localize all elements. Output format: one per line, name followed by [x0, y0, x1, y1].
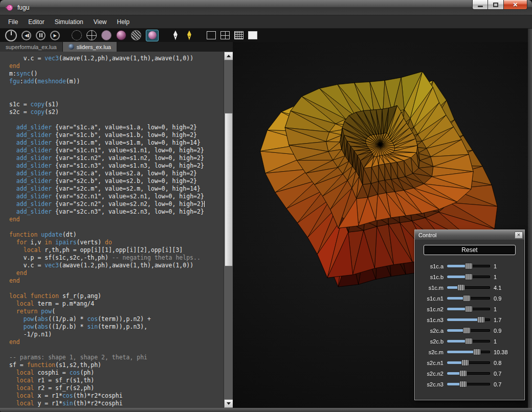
app-window: fugu FileEditorSimulationViewHelp superf… — [0, 0, 532, 412]
flat-shading-button[interactable] — [101, 30, 112, 40]
slider-s2c.a[interactable] — [447, 327, 490, 334]
control-panel-close-button[interactable] — [515, 232, 523, 239]
grid-view-button[interactable] — [234, 31, 243, 39]
tab-label: sliders_ex.lua — [77, 44, 111, 50]
slider-label: s2c.b — [418, 338, 444, 345]
window-frame-right — [528, 29, 532, 408]
slider-s1c.n1[interactable] — [447, 295, 490, 302]
code-line: m:sync() — [9, 70, 224, 78]
code-line: add_slider {var="s2c.a", value=s2.a, low… — [9, 170, 224, 177]
scroll-up-button[interactable] — [224, 52, 233, 60]
slider-list: s1c.a1s1c.b1s1c.m4.1s1c.n10.9s1c.n21s1c.… — [418, 261, 521, 390]
scrollbar-thumb[interactable] — [225, 113, 233, 266]
smooth-shading-button[interactable] — [116, 30, 126, 40]
control-panel: Control Reset s1c.a1s1c.b1s1c.m4.1s1c.n1… — [414, 230, 525, 400]
slider-value: 1.7 — [494, 317, 501, 323]
code-line: -1/p.n1) — [9, 331, 224, 338]
code-line: end — [9, 269, 224, 277]
slider-handle[interactable] — [459, 381, 467, 387]
slider-label: s1c.a — [418, 263, 444, 269]
minimize-button[interactable] — [472, 0, 488, 10]
down-arrow-icon — [227, 402, 231, 405]
quad-view-button[interactable] — [220, 31, 230, 39]
code-line: local r,th,ph = opp[i][1],opp[i][2],opp[… — [9, 246, 224, 254]
slider-handle[interactable] — [459, 370, 467, 377]
slider-value: 0.9 — [494, 328, 501, 334]
window-frame-bottom — [0, 408, 532, 412]
code-line: add_slider {var="s1c.n3", value=s1.n3, l… — [9, 162, 224, 170]
slider-s2c.n2[interactable] — [447, 370, 490, 377]
slider-handle[interactable] — [463, 327, 471, 334]
skip-to-start-button[interactable] — [21, 31, 31, 40]
slider-handle[interactable] — [457, 284, 465, 291]
slider-s2c.b[interactable] — [447, 338, 490, 345]
tab-sliders[interactable]: sliders_ex.lua — [63, 42, 117, 52]
menu-editor[interactable]: Editor — [23, 16, 49, 28]
run-button[interactable] — [5, 30, 17, 41]
slider-row: s1c.b1 — [418, 271, 521, 282]
code-line: add_slider {var="s2c.m", value=s2.m, low… — [9, 185, 224, 193]
code-line: s1c = copy(s1) — [9, 101, 224, 108]
single-view-button[interactable] — [207, 31, 216, 39]
slider-handle[interactable] — [473, 349, 481, 355]
window-controls — [472, 0, 527, 10]
slider-label: s2c.a — [418, 328, 444, 334]
code-line: end — [9, 338, 224, 346]
step-forward-button[interactable] — [50, 31, 60, 40]
code-editor[interactable]: v.c = vec3(awave(1.2,ph),awave(1,th),awa… — [0, 52, 224, 408]
menu-help[interactable]: Help — [112, 16, 135, 28]
slider-value: 0.8 — [494, 360, 501, 366]
slider-s1c.m[interactable] — [447, 284, 490, 291]
code-line: add_slider {var="s1c.a", value=s1.a, low… — [9, 124, 224, 131]
slider-handle[interactable] — [461, 359, 469, 366]
textured-mode-button[interactable] — [131, 30, 141, 40]
points-mode-button[interactable] — [72, 30, 82, 40]
reset-button[interactable]: Reset — [424, 245, 516, 255]
slider-handle[interactable] — [477, 316, 485, 323]
menu-file[interactable]: File — [3, 16, 23, 28]
close-button[interactable] — [503, 0, 527, 10]
code-line: end — [9, 277, 224, 285]
slider-handle[interactable] — [465, 338, 473, 345]
up-arrow-icon — [227, 55, 231, 57]
title-bar[interactable]: fugu — [0, 0, 532, 15]
code-line: v.c = vec3(awave(1.2,ph),awave(1,th),awa… — [9, 55, 224, 62]
slider-label: s1c.m — [418, 285, 444, 291]
slider-value: 4.1 — [494, 285, 501, 291]
tab-superformula[interactable]: superformula_ex.lua — [0, 42, 63, 52]
menu-simulation[interactable]: Simulation — [50, 16, 88, 28]
slider-s2c.n3[interactable] — [447, 381, 490, 387]
wireframe-mode-button[interactable] — [86, 30, 97, 40]
slider-value: 1 — [494, 306, 497, 312]
tab-file-icon — [69, 44, 74, 50]
slider-handle[interactable] — [465, 263, 473, 269]
solid-view-button[interactable] — [248, 31, 257, 39]
editor-scrollbar[interactable] — [224, 52, 233, 408]
pen-tool-yellow-button[interactable] — [185, 30, 194, 41]
slider-s1c.n2[interactable] — [447, 306, 490, 312]
slider-s1c.a[interactable] — [447, 263, 490, 269]
slider-handle[interactable] — [463, 295, 471, 302]
slider-s1c.n3[interactable] — [447, 316, 490, 323]
slider-value: 0.7 — [494, 381, 501, 387]
sphere-display-button[interactable] — [146, 30, 159, 41]
control-panel-titlebar[interactable]: Control — [415, 230, 524, 240]
code-line: pow(abs((1/p.a) * cos(term)),p.n2) + — [9, 315, 224, 323]
slider-value: 1 — [494, 274, 497, 280]
slider-label: s1c.b — [418, 274, 444, 280]
pause-button[interactable] — [36, 31, 46, 40]
slider-s2c.n1[interactable] — [447, 359, 490, 366]
pen-tool-white-button[interactable] — [171, 30, 180, 41]
maximize-button[interactable] — [488, 0, 503, 10]
slider-handle[interactable] — [465, 306, 473, 312]
slider-handle[interactable] — [465, 273, 473, 280]
slider-s1c.b[interactable] — [447, 273, 490, 280]
slider-s2c.m[interactable] — [447, 349, 490, 355]
slider-fill — [447, 351, 477, 353]
scroll-down-button[interactable] — [224, 399, 233, 408]
code-line: add_slider {var="s1c.n2", value=s1.n2, l… — [9, 154, 224, 162]
slider-row: s2c.a0.9 — [418, 325, 521, 336]
menu-view[interactable]: View — [88, 16, 112, 28]
code-line: pow(abs((1/p.b) * sin(term)),p.n3), — [9, 323, 224, 331]
code-line: add_slider {var="s1c.m", value=s1.m, low… — [9, 139, 224, 147]
